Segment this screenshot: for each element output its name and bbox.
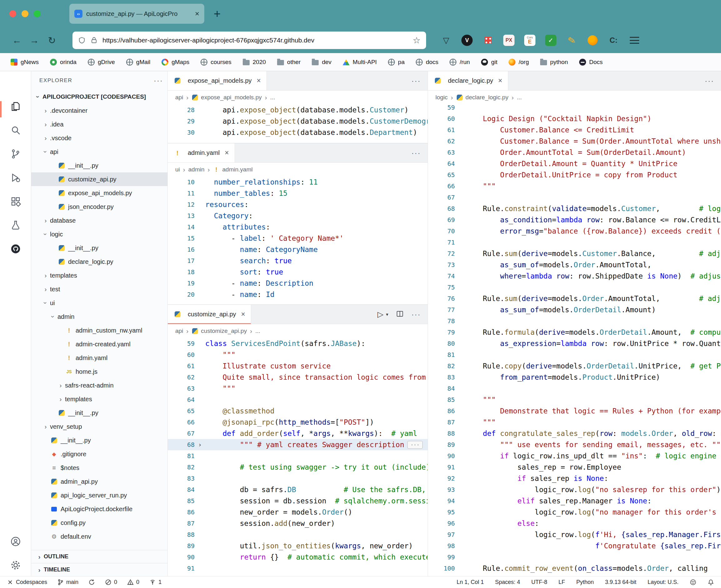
tree-item-admin-created-yaml[interactable]: !admin-created.yaml bbox=[31, 337, 167, 351]
status-error[interactable]: 0 bbox=[105, 579, 117, 586]
new-tab-button[interactable]: + bbox=[214, 7, 221, 21]
code-line[interactable]: 87 """ bbox=[428, 417, 721, 428]
tree-item-templates[interactable]: ›templates bbox=[31, 269, 167, 282]
code-line[interactable]: 10 number_relationships: 11 bbox=[168, 176, 428, 188]
test-beaker-icon[interactable] bbox=[10, 220, 21, 230]
tree-item-default-env[interactable]: ⚙default.env bbox=[31, 530, 167, 543]
pocket-icon[interactable]: ▽ bbox=[440, 34, 452, 46]
code-line[interactable]: 60 """ bbox=[168, 349, 428, 360]
tree-item-admin[interactable]: ›admin bbox=[31, 310, 167, 323]
code-line[interactable]: 76 Rule.sum(derive=models.Order.AmountTo… bbox=[428, 293, 721, 304]
status-spaces-4[interactable]: Spaces: 4 bbox=[495, 579, 520, 586]
bookmark-item[interactable]: /run bbox=[450, 59, 470, 66]
bookmark-item[interactable]: Multi-API bbox=[343, 59, 377, 66]
code-editor-admin-yaml[interactable]: 10 number_relationships: 1111 number_tab… bbox=[168, 176, 428, 304]
tab-expose-api-models[interactable]: expose_api_models.py × bbox=[168, 71, 267, 90]
editor-actions-icon[interactable]: ··· bbox=[411, 149, 421, 158]
editor-actions-icon[interactable]: ··· bbox=[705, 77, 714, 85]
search-icon[interactable] bbox=[10, 125, 21, 135]
code-line[interactable]: 98 f'Congratulate {sales_rep.FirstName}' bbox=[428, 540, 721, 551]
status-ports[interactable]: 1 bbox=[149, 579, 162, 586]
forward-icon[interactable]: → bbox=[26, 35, 43, 46]
status-warning[interactable]: 0 bbox=[127, 579, 139, 586]
code-line[interactable]: 80 as_expression=lambda row: row.UnitPri… bbox=[428, 338, 721, 349]
tree-item--gitignore[interactable]: ◆.gitignore bbox=[31, 447, 167, 461]
code-line[interactable]: 63 """ bbox=[168, 383, 428, 394]
code-line[interactable]: 92 if sales_rep is None: bbox=[428, 473, 721, 484]
breadcrumb-item[interactable]: expose_api_models.py bbox=[191, 94, 262, 101]
breadcrumb-item[interactable]: ... bbox=[517, 94, 522, 101]
code-line[interactable]: 84 db = safrs.DB # Use the safrs.DB, not… bbox=[168, 484, 428, 495]
bookmark-item[interactable]: git bbox=[481, 59, 497, 66]
close-icon[interactable]: × bbox=[241, 310, 245, 318]
orange-extension-icon[interactable] bbox=[586, 34, 599, 46]
browser-tab[interactable]: ‹› customize_api.py — ApiLogicPro × bbox=[69, 4, 204, 24]
code-line[interactable]: 61 Customer.Balance <= CreditLimit bbox=[428, 124, 721, 135]
bookmark-item[interactable]: other bbox=[277, 59, 301, 66]
code-line[interactable]: 16 name: CategoryName bbox=[168, 244, 428, 255]
code-line[interactable]: 69 as_condition=lambda row: row.Balance … bbox=[428, 214, 721, 226]
code-line[interactable]: 74 where=lambda row: row.ShippedDate is … bbox=[428, 270, 721, 282]
tree-item-home-js[interactable]: JShome.js bbox=[31, 365, 167, 378]
app-menu-icon[interactable] bbox=[628, 34, 641, 46]
code-line[interactable]: 82 # test using swagger -> try it out (i… bbox=[168, 462, 428, 473]
close-icon[interactable]: × bbox=[257, 77, 261, 85]
breadcrumb-item[interactable]: admin bbox=[188, 166, 205, 173]
code-line[interactable]: 66 """ bbox=[428, 181, 721, 192]
tree-item--init-py[interactable]: __init__.py bbox=[31, 406, 167, 420]
settings-gear-icon[interactable] bbox=[10, 560, 21, 570]
url-text[interactable]: https://valhuber-apilogicserver-apilogic… bbox=[102, 37, 408, 44]
bookmark-item[interactable]: gDrive bbox=[88, 59, 115, 66]
code-line[interactable]: 89 util.json_to_entities(kwargs, new_ord… bbox=[168, 540, 428, 551]
bookmark-item[interactable]: gMail bbox=[126, 59, 150, 66]
back-icon[interactable]: ← bbox=[8, 35, 26, 46]
bookmark-item[interactable]: gNews bbox=[11, 59, 39, 66]
code-line[interactable]: 100 Rule.commit_row_event(on_class=model… bbox=[428, 563, 721, 574]
tree-item--init-py[interactable]: __init__.py bbox=[31, 159, 167, 172]
code-line[interactable]: 59class ServicesEndPoint(safrs.JABase): bbox=[168, 338, 428, 349]
close-icon[interactable]: × bbox=[498, 77, 502, 85]
bookmark-item[interactable]: courses bbox=[201, 59, 231, 66]
url-bar[interactable]: https://valhuber-apilogicserver-apilogic… bbox=[73, 31, 426, 49]
code-line[interactable]: 68› """ # yaml creates Swagger descripti… bbox=[168, 439, 428, 450]
tree-item-admin-api-py[interactable]: admin_api.py bbox=[31, 475, 167, 488]
tree-item--idea[interactable]: ›.idea bbox=[31, 118, 167, 131]
reload-icon[interactable]: ↻ bbox=[43, 35, 61, 46]
code-line[interactable]: 90 if logic_row.ins_upd_dlt == "ins": # … bbox=[428, 450, 721, 462]
close-icon[interactable]: × bbox=[225, 149, 229, 157]
run-python-file-icon[interactable]: ▷ bbox=[377, 310, 383, 319]
code-line[interactable]: 83 from_parent=models.Product.UnitPrice) bbox=[428, 372, 721, 383]
tree-item-templates[interactable]: ›templates bbox=[31, 392, 167, 406]
code-line[interactable]: 15 - label: ' Category Name*' bbox=[168, 233, 428, 244]
breadcrumb-item[interactable]: declare_logic.py bbox=[456, 94, 508, 101]
code-line[interactable]: 63 Order.AmountTotal = Sum(OrderDetail.A… bbox=[428, 147, 721, 158]
tree-item-config-py[interactable]: config.py bbox=[31, 516, 167, 530]
tree-item-customize-api-py[interactable]: customize_api.py bbox=[31, 172, 167, 186]
code-line[interactable]: 59 bbox=[428, 102, 721, 113]
green-extension-icon[interactable]: ✓ bbox=[544, 34, 557, 46]
status-feedback[interactable] bbox=[690, 579, 696, 586]
tree-item-json-encoder-py[interactable]: json_encoder.py bbox=[31, 200, 167, 214]
code-line[interactable]: 12resources: bbox=[168, 199, 428, 210]
fold-chevron-icon[interactable]: › bbox=[194, 441, 205, 448]
code-line[interactable]: 62 Quite small, since transaction logic … bbox=[168, 372, 428, 383]
explorer-actions-icon[interactable]: ··· bbox=[154, 76, 163, 85]
tab-admin-yaml[interactable]: ! admin.yaml × bbox=[168, 143, 235, 162]
tree-item--notes[interactable]: ≡$notes bbox=[31, 461, 167, 475]
tree-item--devcontainer[interactable]: ›.devcontainer bbox=[31, 104, 167, 118]
status-layout-u-s-[interactable]: Layout: U.S. bbox=[647, 579, 679, 586]
tree-item-logic[interactable]: ›logic bbox=[31, 227, 167, 241]
tree-item-safrs-react-admin[interactable]: ›safrs-react-admin bbox=[31, 378, 167, 392]
code-line[interactable]: 68 Rule.constraint(validate=models.Custo… bbox=[428, 203, 721, 214]
code-line[interactable]: 75 bbox=[428, 282, 721, 293]
code-line[interactable]: 85 """ bbox=[428, 394, 721, 405]
tree-item-apilogicproject-codespaces-[interactable]: ›APILOGICPROJECT [CODESPACES] bbox=[31, 90, 167, 104]
code-line[interactable]: 91 sales_rep = row.Employee bbox=[428, 462, 721, 473]
code-line[interactable]: 67 def add_order(self, *args, **kwargs):… bbox=[168, 428, 428, 439]
lock-icon[interactable] bbox=[90, 37, 98, 44]
source-control-icon[interactable] bbox=[10, 149, 21, 159]
tab-close-icon[interactable]: × bbox=[195, 9, 199, 18]
px-extension-icon[interactable]: PX bbox=[503, 34, 515, 46]
status-lf[interactable]: LF bbox=[559, 579, 565, 586]
code-line[interactable]: 67 bbox=[428, 192, 721, 203]
